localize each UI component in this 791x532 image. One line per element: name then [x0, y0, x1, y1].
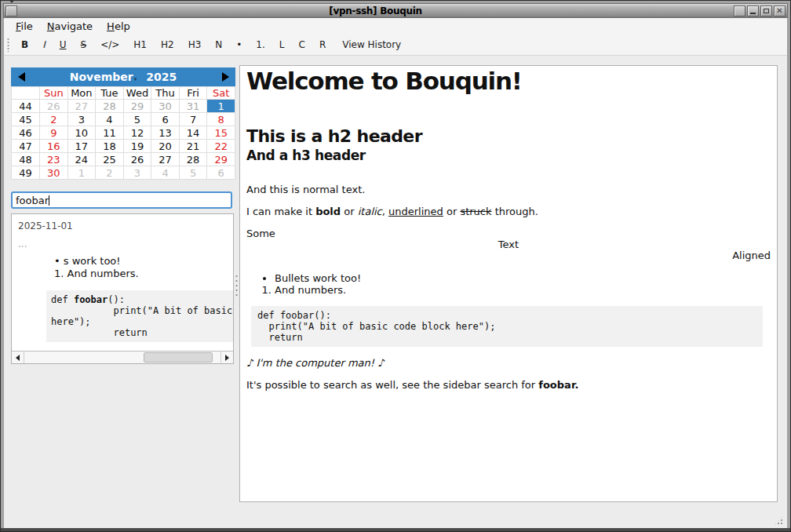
scroll-right-button[interactable]: [221, 352, 233, 363]
calendar-day[interactable]: 24: [67, 153, 96, 166]
calendar-day[interactable]: 16: [40, 140, 68, 153]
toolbar-heading2-button[interactable]: H2: [154, 36, 181, 53]
maximize-button[interactable]: [760, 5, 772, 16]
scrollbar-thumb[interactable]: [144, 352, 213, 363]
previous-month-button[interactable]: [11, 72, 31, 82]
calendar-day[interactable]: 10: [67, 126, 96, 140]
calendar-day[interactable]: 2: [96, 166, 124, 180]
calendar-day[interactable]: 5: [123, 113, 151, 126]
doc-list-item: And numbers.: [275, 284, 771, 296]
toolbar-align-left-button[interactable]: L: [272, 36, 292, 53]
toolbar-numbered-list-button[interactable]: 1.: [249, 36, 272, 53]
calendar-day[interactable]: 3: [123, 166, 151, 180]
toolbar-grip-handle[interactable]: [7, 38, 9, 52]
result-excerpt-list: • s work too! 1. And numbers.: [54, 255, 233, 280]
dayname-sun: Sun: [40, 87, 68, 100]
toolbar-heading3-button[interactable]: H3: [181, 36, 209, 53]
calendar-day[interactable]: 11: [96, 126, 124, 140]
calendar-day[interactable]: 14: [179, 126, 207, 140]
result-code-excerpt: def foobar(): print("A bit of basichere"…: [46, 290, 234, 342]
calendar-day-selected[interactable]: 1: [207, 100, 235, 113]
sidebar-splitter-handle[interactable]: [235, 274, 239, 297]
calendar-day[interactable]: 2: [40, 113, 68, 126]
calendar-day[interactable]: 17: [67, 140, 96, 153]
dayname-wed: Wed: [123, 87, 151, 100]
calendar-day[interactable]: 13: [151, 126, 180, 140]
dayname-fri: Fri: [179, 87, 207, 100]
calendar-day[interactable]: 28: [179, 153, 207, 166]
year-label[interactable]: 2025: [146, 71, 177, 83]
toolbar-bold-button[interactable]: B: [14, 36, 35, 53]
calendar-day[interactable]: 23: [40, 153, 68, 166]
calendar-day[interactable]: 27: [67, 100, 96, 113]
dayname-tue: Tue: [96, 87, 124, 100]
calendar-day[interactable]: 8: [207, 113, 235, 126]
doc-p: And this is normal text.: [246, 184, 771, 195]
shade-button[interactable]: [734, 5, 745, 16]
toolbar-view-history-button[interactable]: View History: [333, 36, 410, 53]
calendar-day[interactable]: 26: [123, 153, 151, 166]
toolbar-align-center-button[interactable]: C: [292, 36, 312, 53]
dayname-mon: Mon: [67, 87, 96, 100]
calendar-day[interactable]: 30: [40, 166, 68, 180]
calendar-body: 4426272829303114523456784691011121314154…: [12, 100, 235, 180]
calendar-day[interactable]: 4: [96, 113, 124, 126]
calendar-day[interactable]: 1: [67, 166, 96, 180]
toolbar-heading1-button[interactable]: H1: [126, 36, 154, 53]
calendar-day[interactable]: 31: [179, 100, 207, 113]
menu-navigate[interactable]: Navigate: [40, 19, 100, 34]
next-month-arrow-icon: [222, 72, 229, 82]
calendar-day[interactable]: 21: [179, 140, 207, 153]
toolbar-normal-text-button[interactable]: N: [208, 36, 229, 53]
calendar-day[interactable]: 30: [151, 100, 180, 113]
calendar-day[interactable]: 15: [207, 126, 235, 140]
horizontal-scrollbar[interactable]: [12, 351, 233, 363]
next-month-button[interactable]: [215, 72, 235, 82]
scroll-left-button[interactable]: [12, 352, 24, 363]
calendar-day[interactable]: 9: [40, 126, 68, 140]
resize-grip[interactable]: [774, 516, 784, 526]
calendar-day[interactable]: 28: [96, 100, 124, 113]
result-numbered-line: 1. And numbers.: [54, 268, 233, 280]
month-dropdown-caret-icon: ▾: [134, 76, 137, 83]
menu-help[interactable]: Help: [100, 19, 137, 34]
month-dropdown[interactable]: November ▾: [70, 71, 137, 83]
editor-panel[interactable]: Welcome to Bouquin!This is a h2 headerAn…: [239, 65, 778, 502]
minimize-button[interactable]: [747, 5, 759, 16]
toolbar-align-right-button[interactable]: R: [312, 36, 333, 53]
calendar-day[interactable]: 29: [207, 153, 235, 166]
calendar-day[interactable]: 19: [123, 140, 151, 153]
toolbar-strikethrough-button[interactable]: S: [74, 36, 94, 53]
calendar-day[interactable]: 26: [40, 100, 68, 113]
toolbar-bullet-list-button[interactable]: •: [229, 36, 249, 53]
titlebar[interactable]: [vpn-ssh] Bouquin ✕: [3, 3, 788, 18]
calendar-day[interactable]: 18: [96, 140, 124, 153]
calendar-day[interactable]: 12: [123, 126, 151, 140]
calendar-day[interactable]: 29: [123, 100, 151, 113]
close-button[interactable]: ✕: [774, 5, 786, 16]
calendar-week-row: 4930123456: [12, 166, 235, 180]
window-menu-button[interactable]: [5, 5, 17, 16]
doc-p: I can make it bold or italic, underlined…: [246, 206, 771, 217]
calendar-day[interactable]: 6: [151, 113, 180, 126]
calendar-day[interactable]: 20: [151, 140, 180, 153]
result-date-link[interactable]: 2025-11-01: [18, 220, 233, 231]
toolbar-underline-button[interactable]: U: [53, 36, 74, 53]
calendar-day[interactable]: 4: [151, 166, 180, 180]
search-results-panel[interactable]: 2025-11-01 ... • s work too! 1. And numb…: [11, 213, 234, 364]
calendar-day[interactable]: 27: [151, 153, 180, 166]
doc-align: SomeTextAligned: [246, 228, 771, 261]
toolbar-italic-button[interactable]: I: [35, 36, 53, 53]
week-number: 49: [12, 166, 40, 180]
calendar-day[interactable]: 25: [96, 153, 124, 166]
calendar-day[interactable]: 3: [67, 113, 96, 126]
calendar-day[interactable]: 6: [207, 166, 235, 180]
calendar-day[interactable]: 22: [207, 140, 235, 153]
menu-file[interactable]: File: [9, 19, 40, 34]
text-caret: [49, 195, 49, 206]
calendar-day[interactable]: 7: [179, 113, 207, 126]
calendar-week-row: 469101112131415: [12, 126, 235, 140]
toolbar-code-button[interactable]: </>: [93, 36, 126, 53]
search-input[interactable]: foobar: [11, 191, 232, 209]
calendar-day[interactable]: 5: [179, 166, 207, 180]
